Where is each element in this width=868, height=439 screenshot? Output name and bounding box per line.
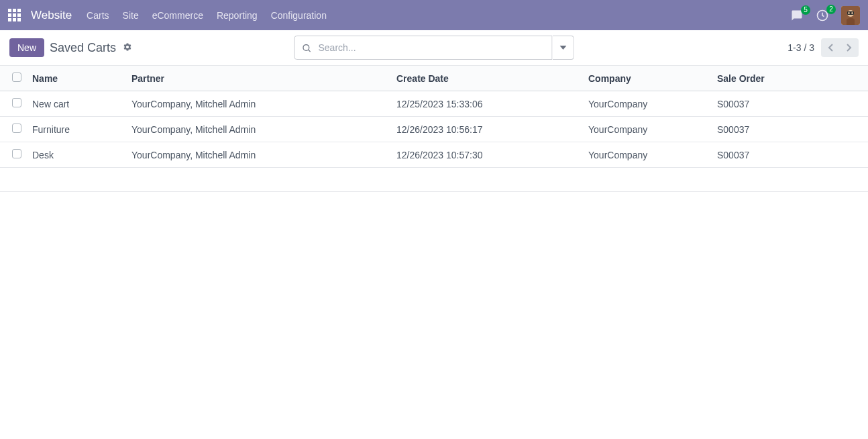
messages-icon[interactable]: 5 (790, 9, 804, 21)
search-input[interactable] (319, 42, 545, 53)
page-title: Saved Carts (50, 41, 116, 55)
table-footer-spacer (0, 168, 868, 192)
cell-sale-order: S00037 (712, 117, 868, 142)
menu-site[interactable]: Site (123, 10, 139, 21)
cell-partner: YourCompany, Mitchell Admin (126, 117, 391, 142)
table-row[interactable]: DeskYourCompany, Mitchell Admin12/26/202… (0, 142, 868, 168)
user-avatar[interactable] (841, 6, 860, 25)
svg-point-4 (848, 11, 851, 14)
cell-create-date: 12/26/2023 10:57:30 (391, 142, 583, 168)
cell-company: YourCompany (583, 117, 712, 142)
chevron-right-icon (847, 44, 852, 52)
cell-company: YourCompany (583, 91, 712, 117)
cell-name: Desk (27, 142, 126, 168)
gear-icon[interactable] (123, 42, 132, 54)
cell-name: Furniture (27, 117, 126, 142)
menu-configuration[interactable]: Configuration (271, 10, 327, 21)
cell-partner: YourCompany, Mitchell Admin (126, 142, 391, 168)
table-row[interactable]: FurnitureYourCompany, Mitchell Admin12/2… (0, 117, 868, 142)
pager-next-button[interactable] (840, 38, 859, 57)
select-all-checkbox[interactable] (12, 72, 21, 82)
menu-reporting[interactable]: Reporting (217, 10, 258, 21)
search-box[interactable] (294, 36, 553, 60)
cell-sale-order: S00037 (712, 142, 868, 168)
cell-name: New cart (27, 91, 126, 117)
records-table: Name Partner Create Date Company Sale Or… (0, 66, 868, 168)
column-header-create-date[interactable]: Create Date (391, 66, 583, 91)
pager-text[interactable]: 1-3 / 3 (788, 42, 814, 53)
table-row[interactable]: New cartYourCompany, Mitchell Admin12/25… (0, 91, 868, 117)
cell-partner: YourCompany, Mitchell Admin (126, 91, 391, 117)
cell-create-date: 12/26/2023 10:56:17 (391, 117, 583, 142)
column-header-sale-order[interactable]: Sale Order (712, 66, 868, 91)
new-button[interactable]: New (9, 38, 44, 57)
app-brand[interactable]: Website (31, 9, 72, 22)
pager-prev-button[interactable] (821, 38, 840, 57)
column-header-name[interactable]: Name (27, 66, 126, 91)
chevron-left-icon (828, 44, 833, 52)
menu-carts[interactable]: Carts (87, 10, 109, 21)
search-dropdown-toggle[interactable] (553, 36, 574, 60)
activities-icon[interactable]: 2 (816, 9, 829, 22)
column-header-partner[interactable]: Partner (126, 66, 391, 91)
cell-create-date: 12/25/2023 15:33:06 (391, 91, 583, 117)
search-icon (302, 43, 312, 53)
row-checkbox[interactable] (12, 98, 21, 107)
top-navbar: Website Carts Site eCommerce Reporting C… (0, 0, 868, 30)
main-menu: Carts Site eCommerce Reporting Configura… (87, 10, 327, 21)
column-header-company[interactable]: Company (583, 66, 712, 91)
row-checkbox[interactable] (12, 149, 21, 158)
control-panel: New Saved Carts 1-3 / 3 (0, 30, 868, 66)
caret-down-icon (559, 44, 566, 51)
activities-badge: 2 (826, 5, 836, 14)
cell-sale-order: S00037 (712, 91, 868, 117)
menu-ecommerce[interactable]: eCommerce (152, 10, 203, 21)
messages-badge: 5 (801, 5, 810, 15)
apps-icon[interactable] (8, 9, 21, 22)
row-checkbox[interactable] (12, 124, 21, 133)
cell-company: YourCompany (583, 142, 712, 168)
svg-line-7 (309, 50, 311, 52)
svg-point-6 (303, 44, 309, 50)
svg-point-5 (851, 11, 854, 14)
